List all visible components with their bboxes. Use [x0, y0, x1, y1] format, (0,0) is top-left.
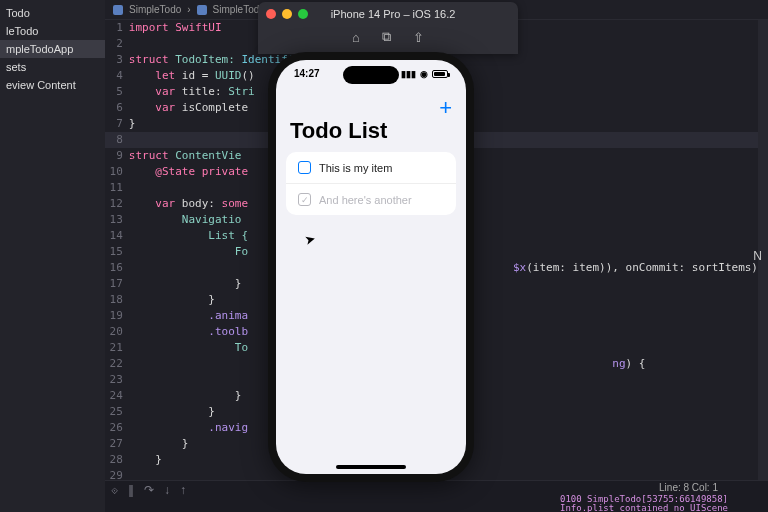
- simulator-window: iPhone 14 Pro – iOS 16.2 ⌂ ⧉ ⇧: [258, 2, 518, 54]
- add-button[interactable]: +: [439, 98, 452, 118]
- list-item[interactable]: This is my item: [286, 152, 456, 184]
- nav-item[interactable]: Todo: [0, 4, 105, 22]
- simulator-toolbar: ⌂ ⧉ ⇧: [258, 26, 518, 48]
- chevron-right-icon: ›: [187, 4, 190, 15]
- swift-file-icon: [197, 5, 207, 15]
- home-icon[interactable]: ⌂: [352, 30, 360, 45]
- checkbox-unchecked-icon[interactable]: [298, 161, 311, 174]
- screenshot-icon[interactable]: ⧉: [382, 29, 391, 45]
- simulator-titlebar[interactable]: iPhone 14 Pro – iOS 16.2: [258, 2, 518, 26]
- checkbox-checked-icon[interactable]: ✓: [298, 193, 311, 206]
- breadcrumb-project: SimpleTodo: [129, 4, 181, 15]
- console-output: 0100 SimpleTodo[53755:66149858] Info.pli…: [105, 495, 728, 512]
- overlay-letter: N: [753, 249, 762, 263]
- home-indicator[interactable]: [336, 465, 406, 469]
- page-title: Todo List: [290, 118, 387, 144]
- todo-text: And here's another: [319, 194, 412, 206]
- window-close-button[interactable]: [266, 9, 276, 19]
- iphone-screen[interactable]: 14:27 ▮▮▮ ◉ + Todo List This is my item …: [276, 60, 466, 474]
- cellular-icon: ▮▮▮: [401, 69, 416, 79]
- cursor-position: Line: 8 Col: 1: [659, 482, 718, 493]
- list-item[interactable]: ✓ And here's another: [286, 184, 456, 215]
- status-bar: ⟐ ‖ ↷ ↓ ↑ Line: 8 Col: 1 0100 SimpleTodo…: [105, 480, 768, 512]
- dynamic-island: [343, 66, 399, 84]
- nav-item[interactable]: sets: [0, 58, 105, 76]
- line-gutter: 1 2 3 4 5 6 7 8 9 10 11 12 13 14 15 16 1…: [105, 20, 129, 480]
- nav-item[interactable]: mpleTodoApp: [0, 40, 105, 58]
- nav-item[interactable]: leTodo: [0, 22, 105, 40]
- simulator-title: iPhone 14 Pro – iOS 16.2: [276, 8, 510, 20]
- iphone-device-frame: 14:27 ▮▮▮ ◉ + Todo List This is my item …: [268, 52, 474, 482]
- swift-file-icon: [113, 5, 123, 15]
- nav-item[interactable]: eview Content: [0, 76, 105, 94]
- battery-icon: [432, 70, 448, 78]
- share-icon[interactable]: ⇧: [413, 30, 424, 45]
- wifi-icon: ◉: [420, 69, 428, 79]
- project-navigator: Todo leTodo mpleTodoApp sets eview Conte…: [0, 0, 105, 512]
- time-label: 14:27: [294, 68, 320, 79]
- todo-list: This is my item ✓ And here's another: [286, 152, 456, 215]
- todo-text: This is my item: [319, 162, 392, 174]
